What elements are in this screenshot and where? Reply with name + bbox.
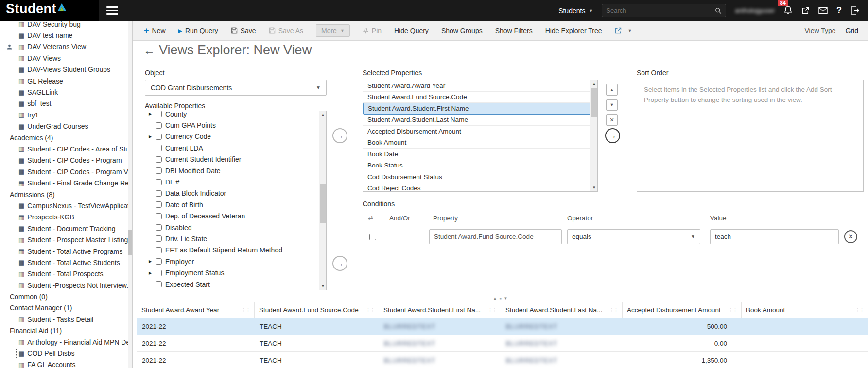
selected-property-row[interactable]: Cod Disbursement Status (363, 171, 590, 183)
property-checkbox[interactable] (156, 156, 162, 163)
property-checkbox[interactable] (156, 122, 162, 129)
property-checkbox[interactable] (156, 235, 162, 242)
sidebar-view-item[interactable]: ▦try1 (0, 109, 132, 120)
selected-property-row[interactable]: Student Award.Student.First Name (363, 103, 590, 115)
grid-column-header[interactable]: Student Award.Student.Last Na...⋮⋮ (501, 302, 623, 318)
scroll-down-icon[interactable]: ▼ (590, 184, 598, 191)
sidebar-view-item[interactable]: ▦Student - CIP Codes - Program (0, 155, 132, 166)
selected-property-row[interactable]: Student Award.Student.Last Name (363, 115, 590, 126)
logout-button[interactable] (851, 6, 859, 15)
grid-column-header[interactable]: Student Award.Fund Source.Code⋮⋮ (255, 302, 379, 318)
sidebar-view-item[interactable]: ▦Student - CIP Codes - Program Ve... (0, 166, 132, 177)
sidebar-view-item[interactable]: ▦GL Release (0, 75, 132, 86)
available-property-row[interactable]: DL # (149, 176, 326, 187)
property-checkbox[interactable] (156, 224, 162, 231)
property-checkbox[interactable] (156, 258, 162, 265)
show-filters-button[interactable]: Show Filters (489, 27, 539, 34)
sidebar-view-item[interactable]: ▦DAV test name (0, 30, 132, 41)
grid-column-header[interactable]: Accepted Disbursement Amount⋮⋮ (623, 302, 742, 318)
new-button[interactable]: + New (138, 26, 172, 35)
current-user-name[interactable]: anthologyuser (735, 7, 775, 14)
available-property-row[interactable]: ▶Employer (149, 256, 326, 267)
sidebar-view-item[interactable]: ▦DAV-Views Student Groups (0, 64, 132, 75)
sidebar-view-item[interactable]: ▦DAV Security bug (0, 21, 132, 30)
available-property-row[interactable]: Current Student Identifier (149, 154, 326, 165)
remove-property-button[interactable]: ✕ (606, 114, 618, 126)
expand-arrow-icon[interactable]: ▶ (149, 259, 156, 264)
condition-operator-select[interactable]: equals ▼ (567, 229, 700, 244)
sidebar-view-item[interactable]: ▦SAGLLink (0, 86, 132, 98)
property-checkbox[interactable] (156, 270, 162, 276)
expand-arrow-icon[interactable]: ▶ (149, 112, 156, 116)
remove-condition-button[interactable]: ✕ (844, 230, 857, 243)
back-arrow-icon[interactable]: ← (143, 44, 155, 57)
selected-property-row[interactable]: Book Status (363, 160, 590, 172)
sidebar-view-item[interactable]: ▦CampusNexus - TestViewApplicat... (0, 200, 132, 211)
grid-data-row[interactable]: 2021-22TEACHBLURREDTEXTBLURREDTEXT0.00 (137, 335, 868, 352)
property-checkbox[interactable] (156, 167, 162, 174)
messages-button[interactable] (818, 7, 828, 14)
property-checkbox[interactable] (156, 247, 162, 253)
add-property-button[interactable]: → (332, 128, 347, 143)
sidebar-view-item[interactable]: ▦Student - CIP Codes - Area of Stu... (0, 143, 132, 154)
column-drag-handle-icon[interactable]: ⋮⋮ (485, 307, 496, 313)
grid-column-header[interactable]: Student Award.Student.First Na...⋮⋮ (379, 302, 501, 318)
property-checkbox[interactable] (156, 145, 162, 151)
selected-property-row[interactable]: Student Award.Fund Source.Code (363, 92, 590, 103)
move-down-button[interactable]: ▼ (606, 99, 618, 111)
condition-value-input[interactable] (710, 229, 839, 244)
sidebar-view-item[interactable]: ▦Student - Document Tracking (0, 223, 132, 234)
open-external-button[interactable] (801, 6, 810, 15)
notifications-button[interactable]: 84 (783, 4, 793, 17)
sidebar-view-item[interactable]: ▦sbf_test (0, 98, 132, 109)
open-view-external-button[interactable]: ▼ (608, 27, 638, 34)
results-splitter-handle[interactable]: ▲ ■ ▼ (133, 295, 868, 301)
property-checkbox[interactable] (156, 179, 162, 185)
hide-query-button[interactable]: Hide Query (388, 27, 435, 34)
sidebar-view-item[interactable]: ▦Student -Prospects Not Interview... (0, 280, 132, 291)
help-button[interactable]: ? (836, 5, 842, 16)
condition-property-input[interactable] (429, 229, 562, 244)
hide-explorer-tree-button[interactable]: Hide Explorer Tree (539, 27, 608, 34)
available-property-row[interactable]: Date of Birth (149, 199, 326, 210)
available-property-row[interactable]: Driv. Lic State (149, 233, 326, 244)
search-icon[interactable] (715, 7, 722, 14)
sidebar-view-item[interactable]: ▦Anthology - Financial Aid MPN De... (0, 336, 132, 348)
expand-arrow-icon[interactable]: ▶ (149, 271, 156, 275)
selected-property-row[interactable]: Book Amount (363, 137, 590, 149)
sidebar-view-item[interactable]: ▦FA GL Accounts (0, 359, 132, 368)
property-checkbox[interactable] (156, 201, 162, 208)
column-drag-handle-icon[interactable]: ⋮⋮ (238, 307, 250, 313)
search-input[interactable] (606, 7, 715, 14)
sidebar-view-item[interactable]: ▦DAV Views (0, 52, 132, 64)
condition-row-checkbox[interactable] (369, 234, 376, 240)
property-checkbox[interactable] (156, 134, 162, 140)
available-property-row[interactable]: ▶County (149, 111, 326, 119)
more-button[interactable]: More ▼ (316, 24, 350, 37)
available-property-row[interactable]: Disabled (149, 222, 326, 233)
app-logo[interactable]: Student (0, 0, 99, 21)
add-sort-property-button[interactable]: → (605, 128, 620, 143)
selected-property-row[interactable]: Student Award.Award Year (363, 80, 590, 92)
scroll-up-icon[interactable]: ▲ (590, 80, 598, 87)
available-list-scrollbar[interactable]: ▲ ▼ (319, 111, 326, 290)
available-property-row[interactable]: Expected Start (149, 279, 326, 290)
column-drag-handle-icon[interactable]: ⋮⋮ (606, 307, 618, 313)
scroll-up-icon[interactable]: ▲ (319, 111, 327, 118)
column-drag-handle-icon[interactable]: ⋮⋮ (852, 307, 864, 313)
show-groups-button[interactable]: Show Groups (435, 27, 489, 34)
available-property-row[interactable]: Current LDA (149, 142, 326, 153)
sidebar-view-item[interactable]: ▦Student - Tasks Detail (0, 314, 132, 325)
sidebar-view-item[interactable]: ▦Student - Total Active Programs (0, 246, 132, 257)
sidebar-view-item[interactable]: ▦Prospects-KGB (0, 212, 132, 223)
sidebar-view-item[interactable]: ▦DAV Veterans View (0, 41, 132, 52)
sidebar-scrollbar-thumb[interactable] (128, 230, 132, 255)
property-checkbox[interactable] (156, 213, 162, 219)
available-property-row[interactable]: Cum GPA Points (149, 119, 326, 131)
pin-button[interactable]: Pin (356, 27, 388, 34)
property-checkbox[interactable] (156, 190, 162, 197)
property-checkbox[interactable] (156, 281, 162, 287)
context-selector[interactable]: Students ▼ (558, 7, 593, 15)
save-as-button[interactable]: Save As (262, 27, 310, 34)
selected-property-row[interactable]: Book Date (363, 149, 590, 160)
